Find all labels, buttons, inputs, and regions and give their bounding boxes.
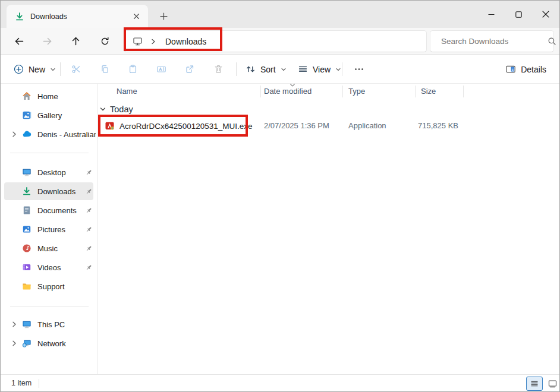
- gallery-icon: [22, 110, 32, 120]
- view-label: View: [313, 65, 331, 74]
- arrow-left-icon: [14, 36, 24, 46]
- trash-icon: [213, 64, 224, 74]
- videos-icon: [22, 263, 32, 272]
- toolbar-divider: [60, 62, 61, 76]
- folder-icon: [22, 282, 32, 291]
- sidebar-item-gallery[interactable]: Gallery: [4, 106, 93, 124]
- column-divider[interactable]: [342, 86, 343, 97]
- refresh-button[interactable]: [95, 31, 114, 50]
- file-size: 715,825 KB: [415, 121, 458, 130]
- new-button[interactable]: New: [9, 59, 61, 80]
- pin-icon: [85, 169, 93, 176]
- close-icon: [542, 11, 549, 18]
- pin-icon: [85, 264, 93, 271]
- chevron-right-icon[interactable]: [10, 130, 18, 138]
- sidebar-item-home[interactable]: Home: [4, 87, 93, 105]
- arrow-up-icon: [71, 36, 81, 46]
- explorer-tab-downloads[interactable]: Downloads: [7, 5, 148, 28]
- window-controls: [477, 1, 559, 28]
- sidebar-item-downloads[interactable]: Downloads: [4, 182, 93, 200]
- sidebar-item-documents[interactable]: Documents: [4, 201, 93, 219]
- pin-icon: [85, 226, 93, 233]
- column-header-size[interactable]: Size: [421, 87, 436, 96]
- tab-title: Downloads: [30, 12, 129, 21]
- view-lines-icon: [298, 64, 308, 74]
- annotation-box-address: [124, 27, 222, 51]
- column-divider[interactable]: [463, 86, 464, 97]
- new-tab-button[interactable]: [155, 8, 172, 24]
- pin-icon: [85, 207, 93, 214]
- toolbar-divider: [342, 62, 342, 76]
- sidebar-item-network[interactable]: Network: [4, 334, 93, 352]
- sidebar-item-label: Denis - Australian F: [37, 130, 96, 139]
- chevron-down-icon: [281, 67, 287, 72]
- search-input[interactable]: [440, 36, 548, 46]
- status-bar: 1 item: [1, 374, 559, 392]
- annotation-box-file: [98, 115, 248, 137]
- minimize-icon: [488, 11, 495, 18]
- downloads-icon: [22, 186, 32, 196]
- chevron-down-icon[interactable]: [99, 106, 106, 113]
- details-pane-button[interactable]: Details: [501, 59, 551, 80]
- cut-button[interactable]: [65, 59, 87, 80]
- column-divider[interactable]: [415, 86, 416, 97]
- sidebar-item-this-pc[interactable]: This PC: [4, 315, 93, 333]
- delete-button[interactable]: [207, 59, 229, 80]
- column-header-date-modified[interactable]: Date modified: [264, 87, 312, 96]
- minimize-button[interactable]: [477, 1, 505, 28]
- maximize-button[interactable]: [505, 1, 532, 28]
- tab-close-button[interactable]: [129, 10, 143, 24]
- more-options-button[interactable]: [348, 59, 370, 80]
- view-button[interactable]: View: [293, 59, 346, 80]
- forward-button[interactable]: [37, 31, 56, 50]
- copy-button[interactable]: [94, 59, 115, 80]
- group-label: Today: [110, 105, 133, 114]
- search-icon: [548, 37, 556, 46]
- sidebar-item-onedrive[interactable]: Denis - Australian F: [4, 125, 93, 143]
- file-explorer-window: Downloads: [0, 0, 560, 392]
- back-button[interactable]: [10, 31, 29, 50]
- sidebar-item-desktop[interactable]: Desktop: [4, 163, 93, 181]
- details-label: Details: [521, 65, 546, 74]
- sidebar-item-pictures[interactable]: Pictures: [4, 220, 93, 238]
- column-header-type[interactable]: Type: [348, 87, 365, 96]
- share-button[interactable]: [179, 59, 200, 80]
- details-pane-icon: [505, 64, 516, 74]
- rename-button[interactable]: [150, 59, 172, 80]
- thumbnail-view-icon: [548, 380, 557, 388]
- column-header-name[interactable]: Name: [117, 87, 137, 96]
- onedrive-cloud-icon: [22, 129, 32, 139]
- network-icon: [22, 339, 32, 348]
- sort-button[interactable]: Sort: [241, 59, 291, 80]
- sidebar-divider: [97, 84, 97, 374]
- close-window-button[interactable]: [532, 1, 559, 28]
- chevron-right-icon[interactable]: [10, 339, 18, 347]
- search-box[interactable]: [430, 30, 554, 52]
- details-view-toggle[interactable]: [526, 377, 543, 391]
- sidebar-item-support[interactable]: Support: [4, 277, 93, 295]
- sidebar-item-music[interactable]: Music: [4, 239, 93, 257]
- home-icon: [22, 91, 32, 101]
- chevron-down-icon: [335, 67, 341, 72]
- navigation-bar: Downloads: [1, 28, 559, 55]
- title-bar: Downloads: [1, 1, 559, 28]
- pictures-icon: [22, 225, 32, 234]
- chevron-down-icon: [50, 67, 56, 72]
- close-icon: [133, 13, 140, 20]
- sidebar-item-videos[interactable]: Videos: [4, 258, 93, 276]
- sidebar-section-divider: [10, 153, 89, 153]
- sidebar-item-label: Support: [37, 282, 96, 291]
- chevron-right-icon[interactable]: [10, 320, 18, 328]
- command-toolbar: New: [1, 55, 559, 84]
- column-divider[interactable]: [260, 86, 261, 97]
- thumbnail-view-toggle[interactable]: [544, 377, 560, 391]
- group-header-today[interactable]: Today: [99, 105, 133, 114]
- up-button[interactable]: [66, 31, 85, 50]
- file-type: Application: [348, 121, 386, 130]
- documents-icon: [22, 206, 32, 215]
- file-date-modified: 2/07/2025 1:36 PM: [264, 121, 329, 130]
- downloads-icon: [15, 12, 24, 21]
- rename-icon: [156, 64, 166, 74]
- paste-button[interactable]: [122, 59, 143, 80]
- sidebar-item-label: Home: [37, 92, 96, 101]
